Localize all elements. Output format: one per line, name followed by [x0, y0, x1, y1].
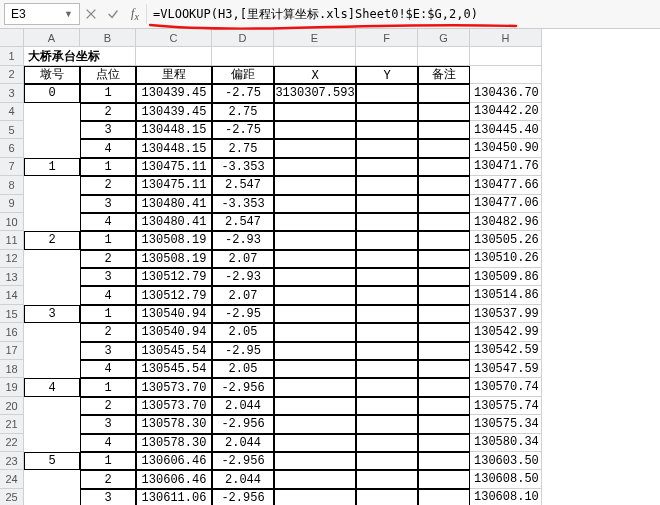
h-value-cell[interactable]: 130603.50	[470, 452, 542, 470]
row-header[interactable]: 6	[0, 139, 24, 157]
h-value-cell[interactable]: 130514.86	[470, 286, 542, 304]
name-box[interactable]: E3 ▼	[4, 3, 80, 25]
x-cell[interactable]	[274, 121, 356, 139]
empty-cell[interactable]	[470, 66, 542, 84]
remark-cell[interactable]	[418, 397, 470, 415]
x-cell[interactable]	[274, 342, 356, 360]
y-cell[interactable]	[356, 176, 418, 194]
y-cell[interactable]	[356, 121, 418, 139]
mileage-cell[interactable]: 130480.41	[136, 195, 212, 213]
point-cell[interactable]: 1	[80, 305, 136, 323]
x-cell[interactable]	[274, 195, 356, 213]
row-header[interactable]: 25	[0, 489, 24, 505]
row-header[interactable]: 13	[0, 268, 24, 286]
point-cell[interactable]: 1	[80, 378, 136, 396]
empty-cell[interactable]	[136, 47, 212, 65]
y-cell[interactable]	[356, 470, 418, 488]
mileage-cell[interactable]: 130578.30	[136, 415, 212, 433]
offset-cell[interactable]: 2.07	[212, 286, 274, 304]
row-header[interactable]: 1	[0, 47, 24, 65]
point-cell[interactable]: 3	[80, 268, 136, 286]
empty-cell[interactable]	[418, 47, 470, 65]
remark-cell[interactable]	[418, 103, 470, 121]
offset-cell[interactable]: 2.044	[212, 397, 274, 415]
mileage-cell[interactable]: 130448.15	[136, 139, 212, 157]
h-value-cell[interactable]: 130608.50	[470, 470, 542, 488]
column-header[interactable]: C	[136, 29, 212, 47]
mileage-cell[interactable]: 130540.94	[136, 305, 212, 323]
offset-cell[interactable]: -2.95	[212, 342, 274, 360]
mileage-cell[interactable]: 130578.30	[136, 434, 212, 452]
empty-cell[interactable]	[470, 47, 542, 65]
y-cell[interactable]	[356, 378, 418, 396]
row-header[interactable]: 7	[0, 158, 24, 176]
remark-cell[interactable]	[418, 286, 470, 304]
remark-cell[interactable]	[418, 121, 470, 139]
y-cell[interactable]	[356, 397, 418, 415]
mileage-cell[interactable]: 130475.11	[136, 176, 212, 194]
mileage-cell[interactable]: 130439.45	[136, 84, 212, 102]
x-cell[interactable]	[274, 470, 356, 488]
offset-cell[interactable]: 2.75	[212, 103, 274, 121]
chevron-down-icon[interactable]: ▼	[64, 9, 73, 19]
row-header[interactable]: 18	[0, 360, 24, 378]
point-cell[interactable]: 2	[80, 470, 136, 488]
fx-icon[interactable]: fx	[124, 3, 146, 25]
offset-cell[interactable]: 2.044	[212, 470, 274, 488]
x-cell[interactable]	[274, 250, 356, 268]
x-cell[interactable]	[274, 103, 356, 121]
point-cell[interactable]: 3	[80, 342, 136, 360]
row-header[interactable]: 8	[0, 176, 24, 194]
y-cell[interactable]	[356, 360, 418, 378]
x-cell[interactable]	[274, 378, 356, 396]
y-cell[interactable]	[356, 434, 418, 452]
remark-cell[interactable]	[418, 342, 470, 360]
h-value-cell[interactable]: 130580.34	[470, 434, 542, 452]
remark-cell[interactable]	[418, 195, 470, 213]
empty-cell[interactable]	[212, 47, 274, 65]
remark-cell[interactable]	[418, 360, 470, 378]
point-cell[interactable]: 1	[80, 158, 136, 176]
h-value-cell[interactable]: 130450.90	[470, 139, 542, 157]
h-value-cell[interactable]: 130608.10	[470, 489, 542, 505]
column-header[interactable]: A	[24, 29, 80, 47]
h-value-cell[interactable]: 130482.96	[470, 213, 542, 231]
remark-cell[interactable]	[418, 268, 470, 286]
point-cell[interactable]: 1	[80, 84, 136, 102]
mileage-cell[interactable]: 130606.46	[136, 452, 212, 470]
offset-cell[interactable]: -2.95	[212, 305, 274, 323]
h-value-cell[interactable]: 130477.66	[470, 176, 542, 194]
mileage-cell[interactable]: 130512.79	[136, 268, 212, 286]
offset-cell[interactable]: -2.93	[212, 268, 274, 286]
offset-cell[interactable]: 2.547	[212, 213, 274, 231]
remark-cell[interactable]	[418, 250, 470, 268]
x-cell[interactable]	[274, 415, 356, 433]
h-value-cell[interactable]: 130575.34	[470, 415, 542, 433]
y-cell[interactable]	[356, 139, 418, 157]
row-header[interactable]: 12	[0, 250, 24, 268]
remark-cell[interactable]	[418, 489, 470, 505]
mileage-cell[interactable]: 130606.46	[136, 470, 212, 488]
y-cell[interactable]	[356, 231, 418, 249]
offset-cell[interactable]: -2.75	[212, 121, 274, 139]
select-all-corner[interactable]	[0, 29, 24, 47]
empty-cell[interactable]	[274, 47, 356, 65]
row-header[interactable]: 15	[0, 305, 24, 323]
x-cell[interactable]	[274, 434, 356, 452]
offset-cell[interactable]: 2.75	[212, 139, 274, 157]
y-cell[interactable]	[356, 342, 418, 360]
row-header[interactable]: 5	[0, 121, 24, 139]
formula-input[interactable]: =VLOOKUP(H3,[里程计算坐标.xls]Sheet0!$E:$G,2,0…	[146, 4, 660, 24]
remark-cell[interactable]	[418, 176, 470, 194]
x-cell[interactable]	[274, 139, 356, 157]
column-header[interactable]: D	[212, 29, 274, 47]
x-cell[interactable]	[274, 158, 356, 176]
y-cell[interactable]	[356, 452, 418, 470]
point-cell[interactable]: 3	[80, 415, 136, 433]
mileage-cell[interactable]: 130545.54	[136, 360, 212, 378]
point-cell[interactable]: 4	[80, 139, 136, 157]
offset-cell[interactable]: -2.956	[212, 378, 274, 396]
h-value-cell[interactable]: 130442.20	[470, 103, 542, 121]
accept-formula-button[interactable]	[102, 3, 124, 25]
column-header[interactable]: G	[418, 29, 470, 47]
